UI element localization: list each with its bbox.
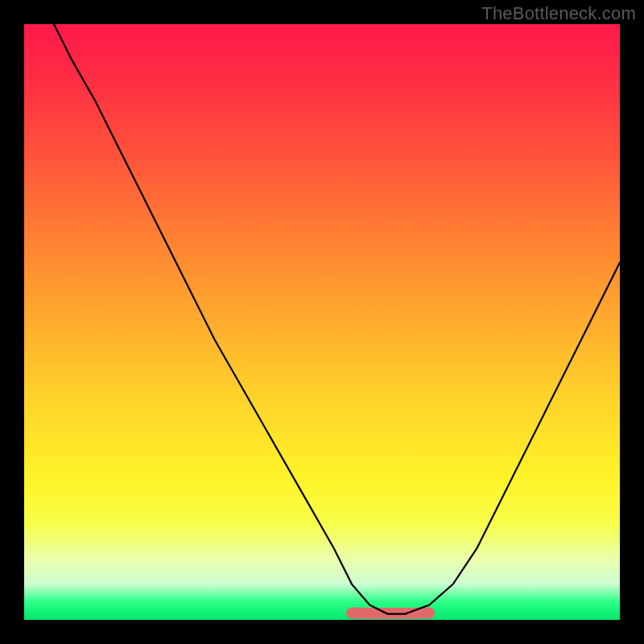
bottleneck-curve [54, 24, 620, 614]
chart-plot [24, 24, 620, 620]
frame-border-right [620, 0, 644, 644]
frame-border-left [0, 0, 24, 644]
chart-frame: TheBottleneck.com [0, 0, 644, 644]
frame-border-bottom [0, 620, 644, 644]
watermark-text: TheBottleneck.com [481, 3, 636, 24]
